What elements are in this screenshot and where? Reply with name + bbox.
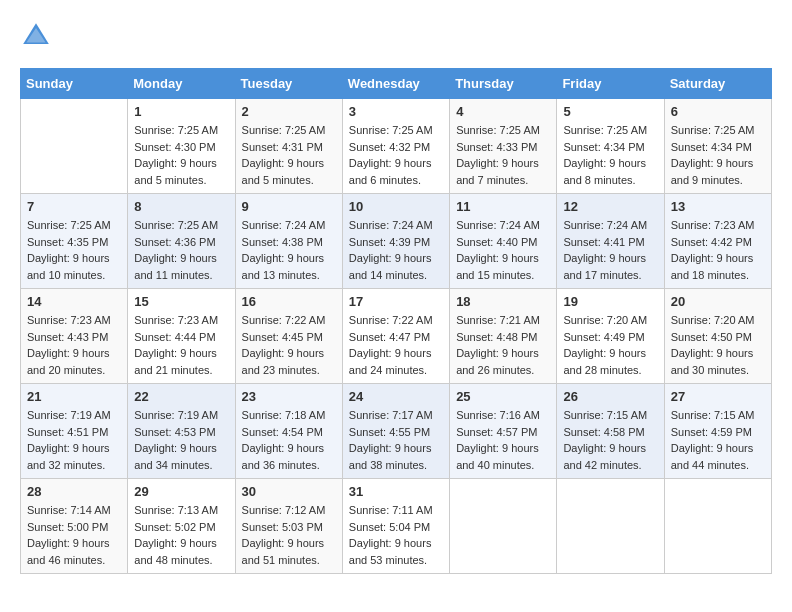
day-number: 1 xyxy=(134,104,228,119)
day-number: 13 xyxy=(671,199,765,214)
header-wednesday: Wednesday xyxy=(342,69,449,99)
day-info: Sunrise: 7:21 AM Sunset: 4:48 PM Dayligh… xyxy=(456,312,550,378)
day-number: 18 xyxy=(456,294,550,309)
header-monday: Monday xyxy=(128,69,235,99)
day-number: 16 xyxy=(242,294,336,309)
day-number: 29 xyxy=(134,484,228,499)
header-saturday: Saturday xyxy=(664,69,771,99)
day-number: 27 xyxy=(671,389,765,404)
day-info: Sunrise: 7:25 AM Sunset: 4:32 PM Dayligh… xyxy=(349,122,443,188)
day-number: 9 xyxy=(242,199,336,214)
header-sunday: Sunday xyxy=(21,69,128,99)
day-cell: 14Sunrise: 7:23 AM Sunset: 4:43 PM Dayli… xyxy=(21,289,128,384)
day-info: Sunrise: 7:24 AM Sunset: 4:38 PM Dayligh… xyxy=(242,217,336,283)
day-cell xyxy=(450,479,557,574)
day-info: Sunrise: 7:25 AM Sunset: 4:35 PM Dayligh… xyxy=(27,217,121,283)
day-number: 31 xyxy=(349,484,443,499)
day-cell: 8Sunrise: 7:25 AM Sunset: 4:36 PM Daylig… xyxy=(128,194,235,289)
day-number: 8 xyxy=(134,199,228,214)
day-info: Sunrise: 7:16 AM Sunset: 4:57 PM Dayligh… xyxy=(456,407,550,473)
day-number: 23 xyxy=(242,389,336,404)
logo-icon xyxy=(20,20,52,52)
day-cell: 22Sunrise: 7:19 AM Sunset: 4:53 PM Dayli… xyxy=(128,384,235,479)
day-cell: 20Sunrise: 7:20 AM Sunset: 4:50 PM Dayli… xyxy=(664,289,771,384)
day-cell: 6Sunrise: 7:25 AM Sunset: 4:34 PM Daylig… xyxy=(664,99,771,194)
day-cell: 7Sunrise: 7:25 AM Sunset: 4:35 PM Daylig… xyxy=(21,194,128,289)
day-info: Sunrise: 7:25 AM Sunset: 4:34 PM Dayligh… xyxy=(671,122,765,188)
day-cell: 16Sunrise: 7:22 AM Sunset: 4:45 PM Dayli… xyxy=(235,289,342,384)
day-number: 20 xyxy=(671,294,765,309)
week-row-3: 14Sunrise: 7:23 AM Sunset: 4:43 PM Dayli… xyxy=(21,289,772,384)
day-info: Sunrise: 7:25 AM Sunset: 4:33 PM Dayligh… xyxy=(456,122,550,188)
day-number: 21 xyxy=(27,389,121,404)
day-info: Sunrise: 7:25 AM Sunset: 4:36 PM Dayligh… xyxy=(134,217,228,283)
week-row-2: 7Sunrise: 7:25 AM Sunset: 4:35 PM Daylig… xyxy=(21,194,772,289)
page-header xyxy=(20,20,772,52)
day-cell: 19Sunrise: 7:20 AM Sunset: 4:49 PM Dayli… xyxy=(557,289,664,384)
day-cell: 3Sunrise: 7:25 AM Sunset: 4:32 PM Daylig… xyxy=(342,99,449,194)
day-number: 6 xyxy=(671,104,765,119)
day-info: Sunrise: 7:24 AM Sunset: 4:40 PM Dayligh… xyxy=(456,217,550,283)
calendar-table: SundayMondayTuesdayWednesdayThursdayFrid… xyxy=(20,68,772,574)
day-cell: 29Sunrise: 7:13 AM Sunset: 5:02 PM Dayli… xyxy=(128,479,235,574)
day-info: Sunrise: 7:15 AM Sunset: 4:59 PM Dayligh… xyxy=(671,407,765,473)
day-cell: 17Sunrise: 7:22 AM Sunset: 4:47 PM Dayli… xyxy=(342,289,449,384)
day-info: Sunrise: 7:18 AM Sunset: 4:54 PM Dayligh… xyxy=(242,407,336,473)
day-number: 7 xyxy=(27,199,121,214)
day-number: 4 xyxy=(456,104,550,119)
day-cell: 27Sunrise: 7:15 AM Sunset: 4:59 PM Dayli… xyxy=(664,384,771,479)
day-cell xyxy=(664,479,771,574)
logo xyxy=(20,20,58,52)
day-cell: 10Sunrise: 7:24 AM Sunset: 4:39 PM Dayli… xyxy=(342,194,449,289)
week-row-4: 21Sunrise: 7:19 AM Sunset: 4:51 PM Dayli… xyxy=(21,384,772,479)
day-info: Sunrise: 7:13 AM Sunset: 5:02 PM Dayligh… xyxy=(134,502,228,568)
day-cell xyxy=(557,479,664,574)
day-cell: 24Sunrise: 7:17 AM Sunset: 4:55 PM Dayli… xyxy=(342,384,449,479)
day-cell: 9Sunrise: 7:24 AM Sunset: 4:38 PM Daylig… xyxy=(235,194,342,289)
day-cell: 18Sunrise: 7:21 AM Sunset: 4:48 PM Dayli… xyxy=(450,289,557,384)
day-number: 11 xyxy=(456,199,550,214)
day-cell: 30Sunrise: 7:12 AM Sunset: 5:03 PM Dayli… xyxy=(235,479,342,574)
day-cell: 31Sunrise: 7:11 AM Sunset: 5:04 PM Dayli… xyxy=(342,479,449,574)
day-number: 15 xyxy=(134,294,228,309)
day-info: Sunrise: 7:12 AM Sunset: 5:03 PM Dayligh… xyxy=(242,502,336,568)
day-number: 19 xyxy=(563,294,657,309)
day-info: Sunrise: 7:15 AM Sunset: 4:58 PM Dayligh… xyxy=(563,407,657,473)
week-row-5: 28Sunrise: 7:14 AM Sunset: 5:00 PM Dayli… xyxy=(21,479,772,574)
day-cell: 25Sunrise: 7:16 AM Sunset: 4:57 PM Dayli… xyxy=(450,384,557,479)
day-info: Sunrise: 7:11 AM Sunset: 5:04 PM Dayligh… xyxy=(349,502,443,568)
day-number: 25 xyxy=(456,389,550,404)
day-cell xyxy=(21,99,128,194)
day-info: Sunrise: 7:14 AM Sunset: 5:00 PM Dayligh… xyxy=(27,502,121,568)
header-tuesday: Tuesday xyxy=(235,69,342,99)
day-number: 14 xyxy=(27,294,121,309)
day-number: 5 xyxy=(563,104,657,119)
week-row-1: 1Sunrise: 7:25 AM Sunset: 4:30 PM Daylig… xyxy=(21,99,772,194)
day-info: Sunrise: 7:20 AM Sunset: 4:49 PM Dayligh… xyxy=(563,312,657,378)
day-info: Sunrise: 7:25 AM Sunset: 4:34 PM Dayligh… xyxy=(563,122,657,188)
day-info: Sunrise: 7:19 AM Sunset: 4:51 PM Dayligh… xyxy=(27,407,121,473)
day-info: Sunrise: 7:23 AM Sunset: 4:43 PM Dayligh… xyxy=(27,312,121,378)
day-number: 3 xyxy=(349,104,443,119)
day-info: Sunrise: 7:20 AM Sunset: 4:50 PM Dayligh… xyxy=(671,312,765,378)
day-number: 10 xyxy=(349,199,443,214)
day-cell: 4Sunrise: 7:25 AM Sunset: 4:33 PM Daylig… xyxy=(450,99,557,194)
day-number: 12 xyxy=(563,199,657,214)
day-number: 2 xyxy=(242,104,336,119)
day-cell: 13Sunrise: 7:23 AM Sunset: 4:42 PM Dayli… xyxy=(664,194,771,289)
day-info: Sunrise: 7:25 AM Sunset: 4:30 PM Dayligh… xyxy=(134,122,228,188)
day-info: Sunrise: 7:25 AM Sunset: 4:31 PM Dayligh… xyxy=(242,122,336,188)
day-number: 24 xyxy=(349,389,443,404)
header-friday: Friday xyxy=(557,69,664,99)
calendar-header-row: SundayMondayTuesdayWednesdayThursdayFrid… xyxy=(21,69,772,99)
day-cell: 1Sunrise: 7:25 AM Sunset: 4:30 PM Daylig… xyxy=(128,99,235,194)
day-cell: 2Sunrise: 7:25 AM Sunset: 4:31 PM Daylig… xyxy=(235,99,342,194)
day-number: 30 xyxy=(242,484,336,499)
day-cell: 28Sunrise: 7:14 AM Sunset: 5:00 PM Dayli… xyxy=(21,479,128,574)
day-info: Sunrise: 7:23 AM Sunset: 4:42 PM Dayligh… xyxy=(671,217,765,283)
day-cell: 26Sunrise: 7:15 AM Sunset: 4:58 PM Dayli… xyxy=(557,384,664,479)
day-cell: 21Sunrise: 7:19 AM Sunset: 4:51 PM Dayli… xyxy=(21,384,128,479)
day-cell: 11Sunrise: 7:24 AM Sunset: 4:40 PM Dayli… xyxy=(450,194,557,289)
day-number: 26 xyxy=(563,389,657,404)
day-cell: 5Sunrise: 7:25 AM Sunset: 4:34 PM Daylig… xyxy=(557,99,664,194)
